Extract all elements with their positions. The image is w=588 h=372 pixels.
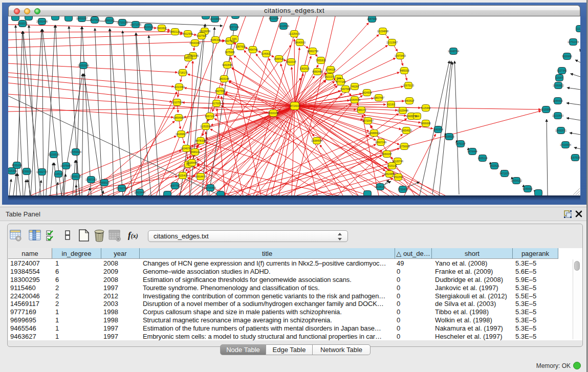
svg-text:2718170: 2718170 bbox=[178, 71, 188, 74]
svg-text:845: 845 bbox=[337, 77, 341, 80]
svg-text:8938923: 8938923 bbox=[444, 135, 454, 138]
svg-text:844: 844 bbox=[415, 115, 420, 118]
svg-text:746266: 746266 bbox=[351, 85, 359, 88]
svg-text:9860124: 9860124 bbox=[170, 30, 180, 33]
svg-text:7955812: 7955812 bbox=[316, 59, 326, 62]
svg-text:10653287: 10653287 bbox=[76, 17, 88, 20]
svg-text:7832621: 7832621 bbox=[489, 164, 499, 167]
svg-text:8535061: 8535061 bbox=[12, 164, 22, 167]
svg-text:17957263: 17957263 bbox=[85, 178, 97, 181]
svg-text:16648784: 16648784 bbox=[448, 50, 459, 53]
svg-text:18907249: 18907249 bbox=[375, 141, 386, 144]
svg-text:16671355: 16671355 bbox=[130, 23, 141, 26]
svg-text:11353594: 11353594 bbox=[200, 125, 211, 128]
svg-text:2803144: 2803144 bbox=[219, 77, 229, 80]
svg-text:8267110: 8267110 bbox=[205, 115, 214, 118]
svg-text:20053346: 20053346 bbox=[78, 64, 89, 67]
svg-text:16914479: 16914479 bbox=[195, 175, 206, 178]
svg-text:20091406: 20091406 bbox=[36, 20, 48, 23]
svg-text:16210643: 16210643 bbox=[552, 114, 563, 117]
svg-text:1733426: 1733426 bbox=[398, 188, 408, 191]
svg-text:12093822: 12093822 bbox=[553, 84, 564, 87]
svg-text:114519: 114519 bbox=[54, 172, 63, 176]
svg-text:17359924: 17359924 bbox=[70, 150, 81, 154]
svg-text:11325419: 11325419 bbox=[289, 32, 300, 35]
svg-text:7386372: 7386372 bbox=[356, 108, 366, 112]
svg-text:3498222: 3498222 bbox=[190, 150, 200, 154]
svg-text:1621072: 1621072 bbox=[324, 75, 335, 78]
svg-text:8215958: 8215958 bbox=[541, 108, 551, 111]
svg-text:3675685: 3675685 bbox=[225, 51, 235, 54]
svg-text:10973493: 10973493 bbox=[395, 54, 406, 57]
svg-text:8813054: 8813054 bbox=[269, 17, 279, 20]
svg-text:18724007: 18724007 bbox=[289, 104, 300, 107]
svg-text:12505135: 12505135 bbox=[70, 175, 81, 178]
svg-text:19218506: 19218506 bbox=[278, 25, 289, 28]
svg-text:6794028: 6794028 bbox=[325, 68, 336, 71]
svg-text:8454749: 8454749 bbox=[248, 48, 258, 51]
svg-text:10807487: 10807487 bbox=[373, 96, 384, 99]
svg-text:9329966: 9329966 bbox=[562, 55, 572, 58]
svg-text:7663822: 7663822 bbox=[157, 27, 167, 30]
svg-text:8186328: 8186328 bbox=[210, 38, 221, 41]
svg-text:9474444: 9474444 bbox=[467, 150, 477, 153]
svg-text:15226058: 15226058 bbox=[199, 30, 210, 33]
svg-text:9899695: 9899695 bbox=[421, 122, 431, 125]
svg-text:19654923: 19654923 bbox=[401, 129, 412, 132]
svg-text:12213382: 12213382 bbox=[173, 85, 185, 89]
svg-text:10654112: 10654112 bbox=[511, 179, 522, 182]
svg-text:10688603: 10688603 bbox=[368, 132, 380, 135]
svg-text:16099489: 16099489 bbox=[186, 161, 198, 164]
svg-text:19166827: 19166827 bbox=[176, 133, 187, 136]
svg-text:16046786: 16046786 bbox=[181, 147, 192, 150]
svg-text:9115460: 9115460 bbox=[421, 106, 430, 110]
svg-text:7625402: 7625402 bbox=[178, 174, 188, 177]
svg-text:2935114: 2935114 bbox=[477, 157, 487, 160]
svg-text:7485003: 7485003 bbox=[399, 69, 409, 72]
svg-text:9146821: 9146821 bbox=[261, 52, 271, 55]
svg-text:18640910: 18640910 bbox=[294, 41, 306, 44]
svg-text:15716485: 15716485 bbox=[205, 186, 216, 189]
svg-text:1156829: 1156829 bbox=[21, 170, 31, 173]
svg-text:10025488: 10025488 bbox=[397, 109, 408, 112]
svg-text:9657791: 9657791 bbox=[170, 184, 180, 187]
svg-text:98901: 98901 bbox=[185, 56, 192, 59]
svg-text:16961758: 16961758 bbox=[307, 50, 318, 53]
svg-text:1588520: 1588520 bbox=[274, 57, 284, 60]
svg-text:7515526: 7515526 bbox=[143, 26, 154, 29]
svg-text:19975887: 19975887 bbox=[60, 164, 72, 167]
svg-text:1405572: 1405572 bbox=[17, 22, 28, 25]
svg-text:16543382: 16543382 bbox=[189, 41, 201, 45]
svg-text:2087682: 2087682 bbox=[367, 17, 377, 20]
svg-text:16120746: 16120746 bbox=[392, 160, 403, 163]
svg-text:12213967: 12213967 bbox=[386, 41, 398, 44]
svg-text:62160: 62160 bbox=[387, 103, 395, 106]
svg-text:8427552: 8427552 bbox=[215, 90, 225, 93]
svg-text:12923446: 12923446 bbox=[134, 191, 145, 194]
svg-text:10719155: 10719155 bbox=[117, 21, 128, 24]
svg-text:19958107: 19958107 bbox=[99, 181, 110, 184]
svg-text:7357224: 7357224 bbox=[229, 26, 239, 29]
svg-text:8322037: 8322037 bbox=[286, 60, 296, 63]
svg-text:3824554: 3824554 bbox=[362, 91, 372, 94]
svg-text:6497568: 6497568 bbox=[340, 87, 351, 91]
svg-text:15720407: 15720407 bbox=[362, 119, 374, 122]
svg-text:20364436: 20364436 bbox=[349, 98, 360, 101]
svg-text:1244415: 1244415 bbox=[553, 99, 563, 102]
svg-text:18300295: 18300295 bbox=[268, 112, 279, 115]
svg-text:9245652: 9245652 bbox=[522, 187, 533, 190]
svg-text:8471676: 8471676 bbox=[499, 172, 510, 175]
svg-text:12942737: 12942737 bbox=[36, 170, 48, 173]
svg-text:1362615: 1362615 bbox=[299, 67, 310, 70]
svg-text:6479197: 6479197 bbox=[455, 142, 466, 145]
svg-text:9084067: 9084067 bbox=[382, 152, 392, 156]
svg-text:546: 546 bbox=[232, 37, 237, 40]
svg-text:9242848: 9242848 bbox=[222, 63, 232, 67]
svg-text:8990448: 8990448 bbox=[312, 70, 322, 73]
svg-text:12087: 12087 bbox=[556, 76, 563, 79]
svg-text:16033809: 16033809 bbox=[209, 17, 221, 20]
svg-text:10756928: 10756928 bbox=[399, 145, 410, 148]
svg-text:8912954: 8912954 bbox=[183, 32, 193, 35]
svg-text:12975115: 12975115 bbox=[403, 84, 414, 87]
svg-text:17016504: 17016504 bbox=[560, 143, 571, 146]
